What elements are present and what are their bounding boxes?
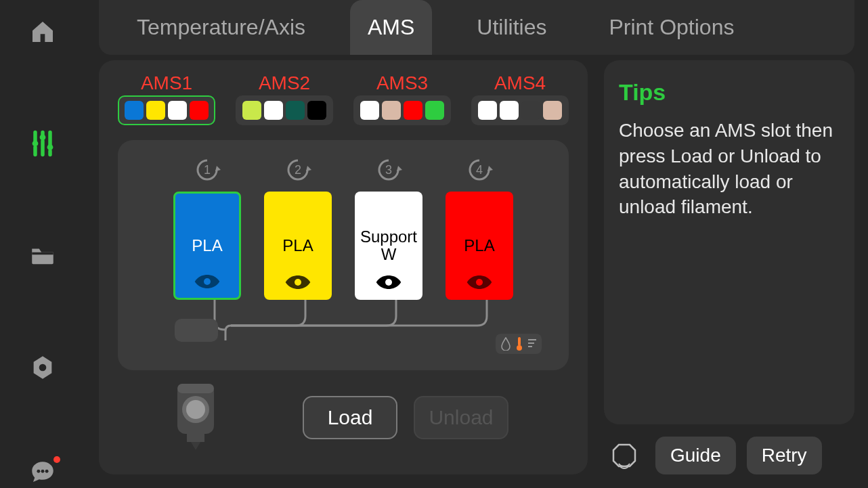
ams-swatches [118,95,215,125]
svg-point-24 [186,400,205,419]
tips-footer: Guide Retry [604,437,854,474]
tabs: Temperature/Axis AMS Utilities Print Opt… [99,0,854,55]
eye-icon [466,274,493,290]
swatch [242,101,261,120]
retry-button[interactable]: Retry [747,437,822,474]
sidebar [0,0,85,488]
unload-button: Unload [414,396,508,439]
slot-3[interactable]: 3 Support W [355,156,422,300]
eye-icon [375,274,402,290]
material-name: PLA [189,237,225,254]
tab-print-options[interactable]: Print Options [591,0,752,55]
slot-number-indicator: 2 [282,156,314,183]
folder-icon [28,242,57,270]
guide-button[interactable]: Guide [655,437,736,474]
droplet-icon [501,337,511,351]
slot-card[interactable]: PLA [446,192,513,300]
svg-point-0 [32,141,39,147]
swatch [286,101,305,120]
swatch [543,101,562,120]
slot-4[interactable]: 4 PLA [446,156,513,300]
ams-unit-row: AMS1 AMS2 [118,72,569,125]
tips-card: Tips Choose an AMS slot then press Load … [604,60,854,424]
svg-point-9 [204,278,211,285]
refresh-icon: 2 [282,156,314,183]
bars-icon [528,338,536,350]
slot-card[interactable]: PLA [173,192,241,300]
ams-unit-3[interactable]: AMS3 [353,72,451,125]
notification-dot [53,456,60,463]
eye-icon [284,274,311,290]
sidebar-settings[interactable] [26,352,59,382]
slot-number-indicator: 3 [372,156,405,183]
swatch [264,101,283,120]
bottom-row: Load Unload [118,377,569,458]
slot-number-indicator: 1 [191,156,223,183]
ams-panel: AMS1 AMS2 [99,60,588,474]
sidebar-chat[interactable] [26,458,59,488]
ams-unit-2[interactable]: AMS2 [236,72,333,125]
tab-utilities[interactable]: Utilities [459,0,564,55]
svg-point-5 [37,470,40,473]
content: AMS1 AMS2 [99,60,854,474]
swatch [360,101,379,120]
material-name: Support W [356,228,421,264]
refresh-icon: 4 [463,156,496,183]
svg-point-2 [47,144,53,150]
svg-point-15 [476,279,483,286]
material-name: PLA [280,237,316,254]
thermometer-icon [515,336,524,351]
svg-text:1: 1 [204,163,211,177]
slot-number-indicator: 4 [463,156,496,183]
sidebar-home[interactable] [26,16,59,47]
hub [175,319,218,342]
sidebar-controls[interactable] [26,128,59,158]
svg-point-6 [41,470,45,473]
swatch [500,101,519,120]
svg-point-11 [295,279,301,286]
humidity-temp-badge[interactable] [496,334,542,354]
swatch [425,101,444,120]
swatch [168,101,187,120]
svg-text:4: 4 [476,163,483,177]
svg-point-1 [40,135,46,141]
ams-unit-label: AMS2 [259,72,310,94]
svg-rect-20 [528,346,532,347]
slot-card[interactable]: Support W [355,192,422,300]
swatch [382,101,401,120]
load-button[interactable]: Load [303,396,397,439]
slot-2[interactable]: 2 PLA [264,156,332,300]
chat-icon [28,458,57,487]
swatch [478,101,497,120]
tab-temperature-axis[interactable]: Temperature/Axis [119,0,323,55]
sidebar-files[interactable] [26,240,59,271]
tips-body: Choose an AMS slot then press Load or Un… [619,118,840,220]
svg-point-17 [517,345,522,351]
refresh-icon: 1 [191,156,223,183]
sliders-icon [28,129,58,158]
slot-card[interactable]: PLA [264,192,332,300]
slot-1[interactable]: 1 PLA [173,156,241,300]
ams-swatches [471,95,569,125]
swatch [307,101,326,120]
action-buttons: Load Unload [242,396,569,439]
ams-swatches [236,95,333,125]
svg-point-4 [39,364,47,372]
ams-unit-4[interactable]: AMS4 [471,72,569,125]
swatch [190,101,209,120]
ams-unit-label: AMS4 [494,72,546,94]
refresh-icon: 3 [372,156,405,183]
swatch [404,101,422,120]
ams-unit-label: AMS1 [141,72,192,94]
ams-unit-label: AMS3 [376,72,428,94]
tips-title: Tips [619,79,840,106]
rfid-icon-button[interactable] [604,439,645,472]
svg-rect-22 [177,384,214,393]
routing [141,300,546,358]
settings-hex-icon [29,354,56,381]
ams-unit-1[interactable]: AMS1 [118,72,215,125]
tab-ams[interactable]: AMS [350,0,432,55]
svg-point-13 [385,279,392,286]
svg-rect-16 [518,337,521,346]
tips-panel: Tips Choose an AMS slot then press Load … [604,60,854,474]
